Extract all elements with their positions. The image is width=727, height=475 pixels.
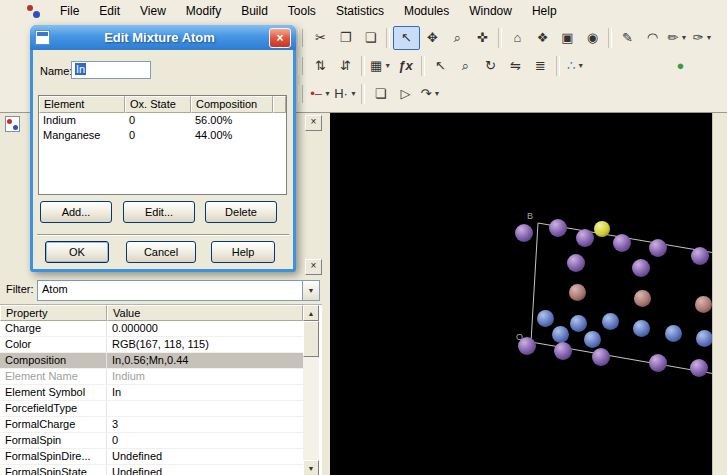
property-row[interactable]: Charge0.000000: [0, 321, 303, 337]
purple-atom[interactable]: [649, 239, 667, 257]
mixture-header-cell[interactable]: Composition: [191, 96, 273, 113]
delete-button[interactable]: Delete: [205, 201, 277, 223]
script-document-icon[interactable]: ❏: [368, 83, 393, 105]
property-row[interactable]: CompositionIn,0.56;Mn,0.44: [0, 353, 303, 369]
menu-modify[interactable]: Modify: [176, 1, 231, 21]
property-row[interactable]: ColorRGB(167, 118, 115): [0, 337, 303, 353]
color-by-element-icon[interactable]: ●: [668, 55, 693, 77]
menu-tools[interactable]: Tools: [278, 1, 326, 21]
rerun-icon[interactable]: ↷▼: [418, 83, 443, 105]
paste-icon[interactable]: ❏: [358, 27, 383, 49]
rotate-tool-icon[interactable]: ↻: [478, 55, 503, 77]
3d-viewport[interactable]: BO: [330, 113, 712, 475]
toolbar-grip[interactable]: [298, 57, 303, 75]
run-icon[interactable]: ▷: [393, 83, 418, 105]
dialog-titlebar[interactable]: Edit Mixture Atom ×: [30, 25, 296, 50]
reset-view-icon[interactable]: ⌂: [505, 27, 530, 49]
property-row[interactable]: Element SymbolIn: [0, 385, 303, 401]
annotate-icon[interactable]: ✑▼: [690, 27, 715, 49]
scroll-down-icon[interactable]: ▼: [303, 460, 319, 475]
cancel-button[interactable]: Cancel: [126, 241, 196, 263]
dropdown-arrow-icon[interactable]: ▼: [577, 62, 584, 69]
sort-ascending-icon[interactable]: ⇅: [308, 55, 333, 77]
toolbar-grip[interactable]: [298, 85, 303, 103]
mirror-tool-icon[interactable]: ⇋: [503, 55, 528, 77]
sketch-ring-icon[interactable]: ◠: [640, 27, 665, 49]
copy-icon[interactable]: ❐: [333, 27, 358, 49]
property-row[interactable]: ForcefieldType: [0, 401, 303, 417]
sketch-icon[interactable]: ✎: [615, 27, 640, 49]
panel-close-icon[interactable]: ×: [305, 115, 322, 131]
blue-atom[interactable]: [696, 330, 713, 347]
purple-atom[interactable]: [592, 348, 610, 366]
dropdown-arrow-icon[interactable]: ▼: [705, 34, 712, 41]
purple-atom[interactable]: [518, 337, 536, 355]
toolbar-grip[interactable]: [298, 29, 303, 47]
measure-icon[interactable]: •–▼: [308, 83, 333, 105]
blue-atom[interactable]: [665, 325, 682, 342]
properties-close-icon[interactable]: ×: [305, 259, 322, 275]
dropdown-arrow-icon[interactable]: ▼: [324, 90, 331, 97]
mixture-row[interactable]: Indium056.00%: [39, 113, 286, 128]
draw-atom-icon[interactable]: ✏▼: [665, 27, 690, 49]
menu-file[interactable]: File: [50, 1, 89, 21]
dropdown-arrow-icon[interactable]: ▼: [433, 90, 440, 97]
purple-atom[interactable]: [691, 247, 709, 265]
menu-help[interactable]: Help: [522, 1, 567, 21]
mixture-header-cell[interactable]: Element: [39, 96, 125, 113]
menu-modules[interactable]: Modules: [394, 1, 459, 21]
select-tool-icon[interactable]: ↖: [428, 55, 453, 77]
scrollbar-thumb[interactable]: [303, 321, 319, 357]
rotate-mode-icon[interactable]: ✜: [470, 27, 495, 49]
properties-header-cell[interactable]: Property: [0, 305, 107, 321]
blue-atom[interactable]: [537, 310, 554, 327]
brown-atom[interactable]: [634, 290, 651, 307]
dropdown-arrow-icon[interactable]: ▼: [384, 62, 391, 69]
blue-atom[interactable]: [602, 313, 619, 330]
mixture-header-cell[interactable]: Ox. State: [125, 96, 191, 113]
purple-atom[interactable]: [632, 259, 650, 277]
name-input[interactable]: In: [71, 61, 151, 79]
property-row[interactable]: FormalSpinStateUndefined: [0, 465, 303, 475]
yellow-atom[interactable]: [594, 221, 610, 237]
properties-header-cell[interactable]: Value: [107, 305, 303, 321]
purple-atom[interactable]: [690, 359, 708, 377]
purple-atom[interactable]: [576, 229, 594, 247]
list-view-icon[interactable]: ≣: [528, 55, 553, 77]
purple-atom[interactable]: [554, 342, 572, 360]
menu-edit[interactable]: Edit: [89, 1, 130, 21]
fit-view-icon[interactable]: ❖: [530, 27, 555, 49]
view-orientation-icon[interactable]: ▣: [555, 27, 580, 49]
scroll-up-icon[interactable]: ▲: [303, 305, 319, 321]
property-row[interactable]: FormalSpinDire...Undefined: [0, 449, 303, 465]
purple-atom[interactable]: [649, 354, 667, 372]
menu-view[interactable]: View: [130, 1, 176, 21]
menu-window[interactable]: Window: [459, 1, 522, 21]
blue-atom[interactable]: [584, 331, 601, 348]
purple-atom[interactable]: [515, 224, 533, 242]
adjust-hydrogen-icon[interactable]: H·▼: [333, 83, 358, 105]
blue-atom[interactable]: [552, 326, 569, 343]
mixture-row[interactable]: Manganese044.00%: [39, 128, 286, 143]
help-button[interactable]: Help: [211, 241, 275, 263]
add-button[interactable]: Add...: [40, 201, 112, 223]
sort-descending-icon[interactable]: ⇵: [333, 55, 358, 77]
property-row[interactable]: Element NameIndium: [0, 369, 303, 385]
property-row[interactable]: FormalSpin0: [0, 433, 303, 449]
edit-button[interactable]: Edit...: [123, 201, 195, 223]
display-style-icon[interactable]: ▦▼: [368, 55, 393, 77]
dropdown-arrow-icon[interactable]: ▼: [350, 90, 357, 97]
blue-atom[interactable]: [570, 315, 587, 332]
molecule-style-icon[interactable]: ∴▼: [563, 55, 588, 77]
purple-atom[interactable]: [549, 219, 567, 237]
translate-mode-icon[interactable]: ✥: [420, 27, 445, 49]
function-icon[interactable]: ƒx: [393, 55, 418, 77]
properties-scrollbar[interactable]: ▲ ▼: [303, 305, 319, 475]
zoom-mode-icon[interactable]: ⌕: [445, 27, 470, 49]
purple-atom[interactable]: [567, 254, 585, 272]
menu-statistics[interactable]: Statistics: [326, 1, 394, 21]
selection-mode-icon[interactable]: ↖: [393, 26, 420, 50]
combo-arrow-icon[interactable]: ▼: [302, 281, 319, 300]
blue-atom[interactable]: [633, 320, 650, 337]
dropdown-arrow-icon[interactable]: ▼: [680, 34, 687, 41]
